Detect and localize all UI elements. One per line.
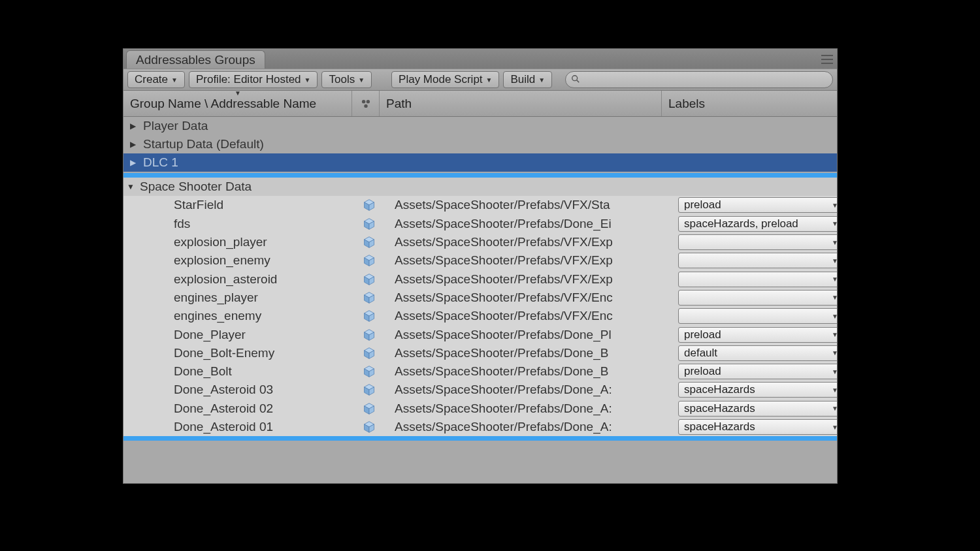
prefab-icon (355, 383, 383, 396)
asset-row[interactable]: Done_Asteroid 03 Assets/SpaceShooter/Pre… (123, 381, 837, 399)
asset-row[interactable]: explosion_player Assets/SpaceShooter/Pre… (123, 233, 837, 251)
group-label: Startup Data (Default) (143, 137, 264, 151)
asset-path: Assets/SpaceShooter/Prefabs/Done_B (383, 346, 676, 360)
column-path[interactable]: Path (380, 91, 662, 116)
label-value: spaceHazards (684, 383, 755, 396)
label-dropdown[interactable]: spaceHazards, preload ▼ (678, 216, 837, 232)
label-dropdown[interactable]: preload ▼ (678, 197, 837, 213)
group-label: Player Data (143, 119, 208, 133)
search-box[interactable] (565, 71, 833, 88)
group-dlc1[interactable]: ▶ DLC 1 (123, 153, 837, 172)
asset-row[interactable]: explosion_enemy Assets/SpaceShooter/Pref… (123, 251, 837, 270)
asset-row[interactable]: Done_Bolt-Enemy Assets/SpaceShooter/Pref… (123, 344, 837, 362)
asset-name: Done_Player (123, 328, 355, 342)
asset-row[interactable]: Done_Player Assets/SpaceShooter/Prefabs/… (123, 325, 837, 343)
label-dropdown[interactable]: ▼ (678, 253, 837, 268)
column-labels[interactable]: Labels (662, 91, 837, 116)
label-dropdown[interactable]: spaceHazards ▼ (678, 382, 837, 398)
prefab-icon (355, 309, 383, 323)
group-startup-data[interactable]: ▶ Startup Data (Default) (123, 135, 837, 153)
asset-name: fds (123, 217, 355, 231)
chevron-down-icon: ▼ (171, 76, 178, 84)
asset-path: Assets/SpaceShooter/Prefabs/VFX/Exp (383, 272, 676, 287)
label-value: preload (684, 198, 721, 212)
chevron-down-icon: ▼ (832, 331, 837, 338)
asset-name: Done_Bolt-Enemy (123, 346, 355, 360)
asset-path: Assets/SpaceShooter/Prefabs/VFX/Exp (383, 235, 676, 249)
chevron-down-icon: ▼ (832, 386, 837, 394)
build-label: Build (510, 73, 535, 86)
prefab-icon (355, 236, 383, 249)
label-value: spaceHazards (684, 420, 755, 433)
asset-row[interactable]: fds Assets/SpaceShooter/Prefabs/Done_Ei … (123, 215, 837, 233)
asset-name: StarField (123, 198, 355, 212)
column-icon[interactable] (352, 91, 380, 116)
column-headers: ▼ Group Name \ Addressable Name Path Lab… (123, 91, 837, 117)
window-menu-icon[interactable] (821, 55, 833, 64)
asset-path: Assets/SpaceShooter/Prefabs/Done_A: (383, 401, 676, 416)
chevron-down-icon: ▼ (304, 76, 311, 84)
search-icon (571, 73, 580, 87)
svg-point-0 (572, 75, 578, 80)
create-button[interactable]: Create ▼ (127, 71, 185, 88)
group-label: DLC 1 (143, 155, 178, 170)
highlighted-group-box: ▼ Space Shooter Data StarField Assets/Sp… (123, 173, 837, 441)
label-value: spaceHazards, preload (684, 217, 798, 230)
svg-line-1 (577, 80, 580, 82)
build-button[interactable]: Build ▼ (503, 71, 552, 88)
label-dropdown[interactable]: ▼ (678, 272, 837, 287)
chevron-down-icon: ▼ (832, 424, 837, 431)
expand-icon: ▶ (130, 158, 139, 167)
asset-path: Assets/SpaceShooter/Prefabs/Done_Ei (383, 217, 676, 231)
asset-row[interactable]: explosion_asteroid Assets/SpaceShooter/P… (123, 270, 837, 288)
prefab-icon (355, 347, 383, 360)
profile-button[interactable]: Profile: Editor Hosted ▼ (189, 71, 318, 88)
label-dropdown[interactable]: preload ▼ (678, 364, 837, 379)
prefab-icon (355, 254, 383, 267)
asset-row[interactable]: Done_Asteroid 02 Assets/SpaceShooter/Pre… (123, 400, 837, 418)
asset-path: Assets/SpaceShooter/Prefabs/Done_A: (383, 383, 676, 397)
asset-name: Done_Asteroid 03 (123, 383, 355, 397)
label-dropdown[interactable]: ▼ (678, 234, 837, 250)
asset-row[interactable]: Done_Asteroid 01 Assets/SpaceShooter/Pre… (123, 418, 837, 436)
svg-point-4 (364, 104, 367, 107)
tools-label: Tools (329, 73, 355, 86)
group-label: Space Shooter Data (140, 180, 252, 194)
tab-addressables-groups[interactable]: Addressables Groups (126, 50, 265, 69)
asset-name: explosion_player (123, 235, 355, 249)
label-dropdown[interactable]: ▼ (678, 308, 837, 324)
label-value: preload (684, 328, 721, 341)
playmode-button[interactable]: Play Mode Script ▼ (391, 71, 499, 88)
toolbar: Create ▼ Profile: Editor Hosted ▼ Tools … (123, 69, 837, 91)
asset-path: Assets/SpaceShooter/Prefabs/Done_Pl (383, 328, 676, 342)
label-dropdown[interactable]: spaceHazards ▼ (678, 419, 837, 435)
create-label: Create (135, 73, 168, 86)
chevron-down-icon: ▼ (832, 257, 837, 264)
label-dropdown[interactable]: default ▼ (678, 345, 837, 361)
asset-path: Assets/SpaceShooter/Prefabs/Done_A: (383, 420, 676, 434)
asset-row[interactable]: engines_player Assets/SpaceShooter/Prefa… (123, 289, 837, 307)
asset-row[interactable]: StarField Assets/SpaceShooter/Prefabs/VF… (123, 196, 837, 214)
label-dropdown[interactable]: spaceHazards ▼ (678, 401, 837, 417)
prefab-icon (355, 273, 383, 286)
asset-row[interactable]: engines_enemy Assets/SpaceShooter/Prefab… (123, 307, 837, 325)
chevron-down-icon: ▼ (832, 349, 837, 356)
search-input[interactable] (583, 74, 827, 86)
label-dropdown[interactable]: ▼ (678, 290, 837, 306)
tools-button[interactable]: Tools ▼ (321, 71, 372, 88)
group-space-shooter[interactable]: ▼ Space Shooter Data (123, 178, 837, 196)
group-player-data[interactable]: ▶ Player Data (123, 117, 837, 135)
prefab-icon (355, 198, 383, 212)
tab-bar: Addressables Groups (123, 49, 837, 69)
prefab-icon (355, 420, 383, 433)
label-value: default (684, 347, 717, 360)
asset-path: Assets/SpaceShooter/Prefabs/VFX/Sta (383, 198, 676, 212)
label-dropdown[interactable]: preload ▼ (678, 327, 837, 343)
asset-path: Assets/SpaceShooter/Prefabs/VFX/Enc (383, 309, 676, 323)
asset-row[interactable]: Done_Bolt Assets/SpaceShooter/Prefabs/Do… (123, 362, 837, 381)
sort-indicator-icon: ▼ (235, 89, 241, 97)
svg-point-3 (366, 99, 369, 102)
chevron-down-icon: ▼ (832, 405, 837, 412)
prefab-icon (355, 328, 383, 341)
chevron-down-icon: ▼ (832, 220, 837, 227)
